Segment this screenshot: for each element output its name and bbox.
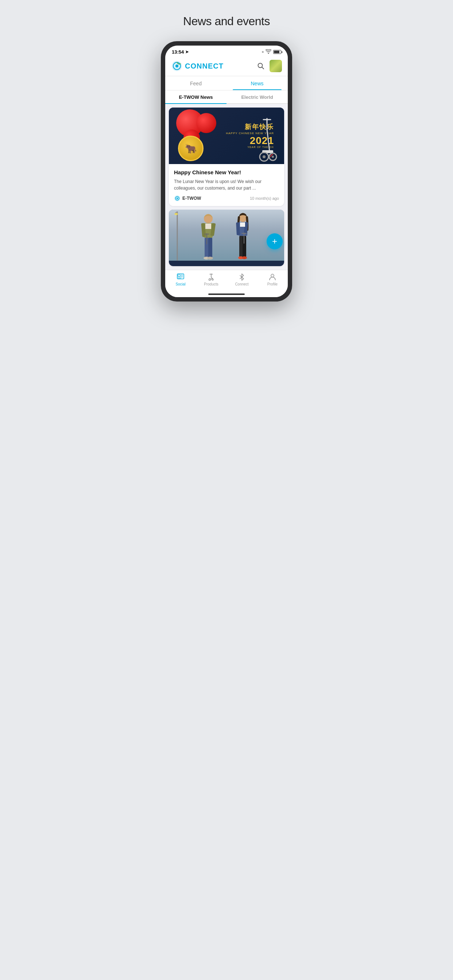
page-wrapper: News and events 13:54 ➤ — [151, 0, 302, 316]
news-card-2[interactable] — [169, 210, 284, 266]
nav-label-connect: Connect — [235, 282, 248, 286]
tab-news[interactable]: News — [226, 76, 288, 90]
connect-icon — [238, 272, 246, 281]
profile-icon — [268, 272, 277, 281]
sub-tabs: E-TWOW News Electric World — [165, 91, 288, 104]
card-1-content: Happy Chinese New Year! The Lunar New Ye… — [169, 164, 284, 206]
nav-item-profile[interactable]: Profile — [257, 272, 288, 286]
svg-point-9 — [263, 155, 266, 158]
ox-emblem: 🐂 — [178, 135, 204, 161]
news-card-1-image: 🐂 新年快乐 HAPPY CHINESE NEW YEAR 2021 YEAR … — [169, 108, 284, 164]
nav-label-social: Social — [175, 282, 185, 286]
svg-point-34 — [242, 256, 247, 259]
svg-point-14 — [177, 197, 178, 199]
svg-point-11 — [272, 156, 274, 158]
home-bar — [208, 293, 245, 295]
avatar-image — [270, 60, 282, 72]
svg-rect-30 — [240, 223, 245, 227]
nav-label-profile: Profile — [267, 282, 278, 286]
svg-point-50 — [212, 279, 214, 280]
wifi-icon — [266, 49, 271, 55]
fab-plus-icon: + — [272, 236, 277, 247]
battery-icon — [273, 50, 281, 54]
news-card-2-image — [169, 210, 284, 266]
nav-item-social[interactable]: Social — [165, 272, 196, 286]
nav-label-products: Products — [204, 282, 218, 286]
logo-container: CONNECT — [171, 60, 223, 72]
subtab-electric-world[interactable]: Electric World — [226, 91, 288, 103]
author-name: E-TWOW — [182, 196, 201, 201]
svg-rect-40 — [178, 275, 180, 276]
social-icon — [176, 272, 185, 281]
card-1-author: E-TWOW — [174, 195, 201, 202]
red-ball-2 — [196, 113, 216, 133]
card-1-title: Happy Chinese New Year! — [174, 169, 279, 175]
app-header: CONNECT — [165, 57, 288, 76]
status-icons — [262, 49, 281, 55]
svg-line-6 — [267, 129, 270, 151]
page-title: News and events — [183, 14, 270, 28]
svg-rect-31 — [239, 236, 243, 257]
cny-banner: 🐂 新年快乐 HAPPY CHINESE NEW YEAR 2021 YEAR … — [169, 108, 284, 164]
card-1-meta: E-TWOW 10 month(s) ago — [174, 195, 279, 202]
content-area: 🐂 新年快乐 HAPPY CHINESE NEW YEAR 2021 YEAR … — [165, 104, 288, 270]
phone-shell: 13:54 ➤ — [161, 41, 292, 302]
header-right — [256, 60, 282, 72]
signal-dot-icon — [262, 51, 264, 53]
svg-rect-28 — [236, 223, 240, 235]
etwow-logo-small — [174, 195, 180, 202]
scooter-illustration — [255, 117, 281, 164]
svg-rect-19 — [205, 223, 211, 229]
nav-item-connect[interactable]: Connect — [226, 272, 257, 286]
subtab-etwow-news[interactable]: E-TWOW News — [165, 91, 226, 103]
home-indicator — [165, 292, 288, 297]
status-time: 13:54 ➤ — [172, 49, 188, 55]
main-tabs: Feed News — [165, 76, 288, 91]
app-logo-icon — [171, 60, 183, 72]
logo-text: CONNECT — [185, 62, 223, 70]
svg-rect-21 — [208, 238, 212, 258]
people-scene — [169, 210, 284, 261]
bottom-nav: Social Products — [165, 270, 288, 292]
person-2 — [233, 212, 253, 261]
svg-point-51 — [271, 274, 274, 277]
phone-screen: 13:54 ➤ — [165, 46, 288, 297]
avatar[interactable] — [270, 60, 282, 72]
person-1 — [200, 212, 222, 261]
people-banner — [169, 210, 284, 261]
clock: 13:54 — [172, 49, 184, 55]
tab-feed[interactable]: Feed — [165, 76, 226, 90]
status-bar: 13:54 ➤ — [165, 46, 288, 57]
svg-point-2 — [175, 65, 179, 67]
card-1-excerpt: The Lunar New Year is upon us! We wish o… — [174, 178, 279, 191]
search-button[interactable] — [256, 61, 266, 71]
products-icon — [207, 272, 215, 281]
news-card-1[interactable]: 🐂 新年快乐 HAPPY CHINESE NEW YEAR 2021 YEAR … — [169, 108, 284, 206]
navigation-arrow-icon: ➤ — [185, 49, 188, 54]
nav-item-products[interactable]: Products — [196, 272, 226, 286]
card-1-time: 10 month(s) ago — [250, 196, 279, 200]
svg-point-23 — [207, 257, 213, 259]
fab-add-button[interactable]: + — [266, 233, 283, 250]
